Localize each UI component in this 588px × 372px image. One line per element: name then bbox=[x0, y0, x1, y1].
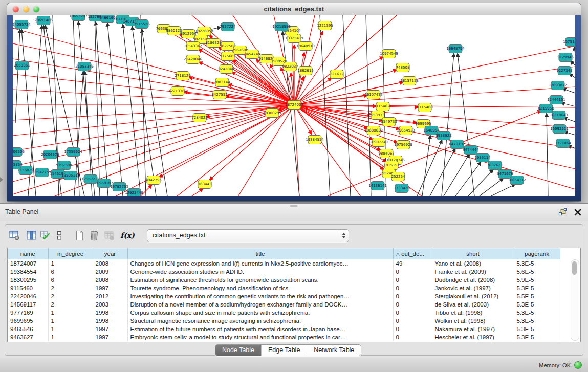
graph-node[interactable]: 2935114 bbox=[474, 154, 491, 162]
graph-node[interactable]: 9822037 bbox=[282, 62, 298, 71]
graph-node[interactable]: 1721064 bbox=[555, 139, 571, 148]
graph-node[interactable]: 252254 bbox=[391, 172, 405, 181]
table-row[interactable]: 1830029562008Estimation of significance … bbox=[8, 276, 560, 284]
column-header-short[interactable]: short bbox=[432, 249, 514, 259]
graph-node[interactable]: 10653287 bbox=[69, 15, 88, 21]
graph-node[interactable]: 2053361 bbox=[14, 61, 30, 70]
graph-node[interactable]: 9175685 bbox=[220, 52, 235, 61]
graph-node[interactable]: 8549733 bbox=[381, 118, 397, 126]
graph-node[interactable]: 10654112 bbox=[508, 176, 526, 185]
graph-node[interactable]: 19756928 bbox=[394, 141, 412, 149]
graph-node[interactable]: 12213369 bbox=[168, 87, 187, 96]
column-header-out_de[interactable]: △out_de... bbox=[393, 249, 432, 259]
graph-node[interactable]: 9129946 bbox=[557, 53, 574, 62]
table-row[interactable]: 1938455462009Genome-wide association stu… bbox=[8, 268, 560, 276]
graph-node[interactable]: 9227343 bbox=[556, 67, 572, 75]
graph-node[interactable]: 6479197 bbox=[449, 140, 465, 149]
window-titlebar[interactable]: citations_edges.txt bbox=[7, 3, 581, 16]
tab-network-table[interactable]: Network Table bbox=[307, 345, 361, 356]
column-header-pagerank[interactable]: pagerank bbox=[514, 249, 560, 259]
graph-node[interactable]: 8912954 bbox=[180, 30, 197, 38]
table-row[interactable]: 1456911722003Disruption of a novel membe… bbox=[8, 300, 560, 309]
graph-node[interactable]: 12923448 bbox=[125, 189, 143, 197]
graph-node[interactable]: 21053346 bbox=[75, 62, 94, 71]
graph-node[interactable]: 24055724 bbox=[13, 20, 31, 29]
table-selector-dropdown[interactable]: citations_edges.txt bbox=[147, 229, 349, 242]
graph-node[interactable]: 10688639 bbox=[364, 126, 383, 135]
graph-node[interactable]: 18724007 bbox=[285, 101, 303, 110]
graph-node[interactable]: 8215958 bbox=[538, 104, 554, 113]
network-canvas[interactable]: 1872400776638229860123891295418226058982… bbox=[13, 15, 575, 196]
table-row[interactable]: 969969511998Structural magnetic resonanc… bbox=[8, 317, 560, 325]
graph-node[interactable]: 19218586 bbox=[272, 23, 291, 31]
graph-node[interactable]: 6466160 bbox=[99, 15, 115, 23]
graph-node[interactable]: 18907249 bbox=[369, 138, 388, 147]
graph-node[interactable]: 16210643 bbox=[550, 111, 568, 120]
tab-node-table[interactable]: Node Table bbox=[215, 345, 261, 356]
graph-node[interactable]: 13325419 bbox=[285, 34, 303, 43]
select-all-button[interactable] bbox=[39, 229, 51, 242]
show-column-button[interactable] bbox=[25, 229, 37, 242]
graph-node[interactable]: 14136141 bbox=[368, 182, 387, 190]
graph-node[interactable]: 17359924 bbox=[64, 148, 82, 157]
memory-widget[interactable]: Memory: OK bbox=[539, 358, 582, 372]
graph-node[interactable]: 18226058 bbox=[195, 27, 213, 36]
create-column-button[interactable] bbox=[73, 229, 85, 242]
graph-node[interactable]: 8454749 bbox=[244, 50, 260, 59]
tab-edge-table[interactable]: Edge Table bbox=[261, 345, 307, 356]
column-header-name[interactable]: name bbox=[8, 249, 48, 259]
graph-node[interactable]: 22420046 bbox=[184, 55, 202, 64]
table-row[interactable]: 946362711997Embryonic stem cells: a mode… bbox=[8, 333, 560, 341]
graph-node[interactable]: 1221395 bbox=[317, 21, 333, 30]
panel-collapse-arrow[interactable] bbox=[0, 177, 3, 182]
graph-node[interactable]: 1862615 bbox=[297, 67, 313, 75]
graph-node[interactable]: 18640910 bbox=[296, 42, 315, 51]
graph-node[interactable]: 7957224 bbox=[220, 23, 236, 31]
graph-node[interactable]: 19384554 bbox=[306, 136, 324, 144]
function-builder-button[interactable]: f(x) bbox=[121, 229, 134, 242]
table-row[interactable]: 911546021997Tourette syndrome. Phenomeno… bbox=[8, 284, 560, 292]
table-row[interactable]: 946554611997Estimation of the future num… bbox=[8, 325, 560, 333]
column-header-year[interactable]: year bbox=[93, 249, 127, 259]
graph-node[interactable]: 13505115 bbox=[61, 171, 80, 180]
graph-node[interactable]: 1733426 bbox=[394, 184, 410, 193]
graph-node[interactable]: 748508 bbox=[396, 63, 410, 72]
graph-node[interactable]: 9115460 bbox=[417, 103, 432, 112]
graph-node[interactable]: 12444151 bbox=[547, 96, 565, 104]
graph-node[interactable]: 9474444 bbox=[463, 146, 479, 155]
graph-node[interactable]: 2718129 bbox=[175, 72, 190, 80]
delete-column-button[interactable] bbox=[88, 229, 100, 242]
graph-node[interactable]: 13942757 bbox=[33, 168, 51, 177]
graph-node[interactable]: 20206576 bbox=[41, 150, 59, 159]
graph-node[interactable]: 9242848 bbox=[218, 65, 234, 74]
graph-node[interactable]: 12093872 bbox=[549, 81, 567, 90]
graph-node[interactable]: 8427552 bbox=[211, 91, 227, 99]
graph-node[interactable]: 16782753 bbox=[110, 183, 128, 191]
zoom-button[interactable] bbox=[33, 6, 39, 12]
column-header-title[interactable]: title bbox=[127, 249, 393, 259]
graph-node[interactable]: 115462 bbox=[376, 102, 390, 111]
row-height-button[interactable] bbox=[53, 229, 65, 242]
graph-node[interactable]: 10974549 bbox=[380, 50, 398, 58]
graph-node[interactable]: 2803144 bbox=[214, 78, 230, 87]
graph-node[interactable]: 9397588 bbox=[56, 161, 72, 170]
graph-node[interactable]: 321612 bbox=[330, 70, 344, 79]
graph-node[interactable]: 16648794 bbox=[446, 45, 465, 53]
graph-node[interactable]: 16107437 bbox=[364, 91, 383, 99]
graph-node[interactable]: 763443 bbox=[198, 180, 212, 189]
graph-node[interactable]: 8942755 bbox=[145, 176, 161, 185]
graph-node[interactable]: 18300295 bbox=[263, 109, 281, 118]
graph-node[interactable]: 15992511 bbox=[550, 125, 569, 134]
minimize-button[interactable] bbox=[23, 6, 29, 12]
scrollbar-thumb[interactable] bbox=[572, 261, 577, 275]
graph-node[interactable]: 18157158 bbox=[400, 77, 419, 85]
delete-table-button[interactable] bbox=[103, 229, 115, 242]
table-row[interactable]: 1872400712008Changes of HCN gene express… bbox=[8, 259, 560, 268]
graph-node[interactable]: 7515526 bbox=[134, 20, 150, 29]
table-row[interactable]: 2242004622012Investigating the contribut… bbox=[8, 292, 560, 300]
graph-node[interactable]: 10543362 bbox=[184, 42, 202, 51]
table-mode-button[interactable] bbox=[8, 229, 20, 242]
vertical-scrollbar[interactable] bbox=[571, 259, 579, 341]
graph-node[interactable]: 25206506 bbox=[13, 148, 25, 157]
graph-node[interactable]: 3915854 bbox=[13, 161, 23, 169]
